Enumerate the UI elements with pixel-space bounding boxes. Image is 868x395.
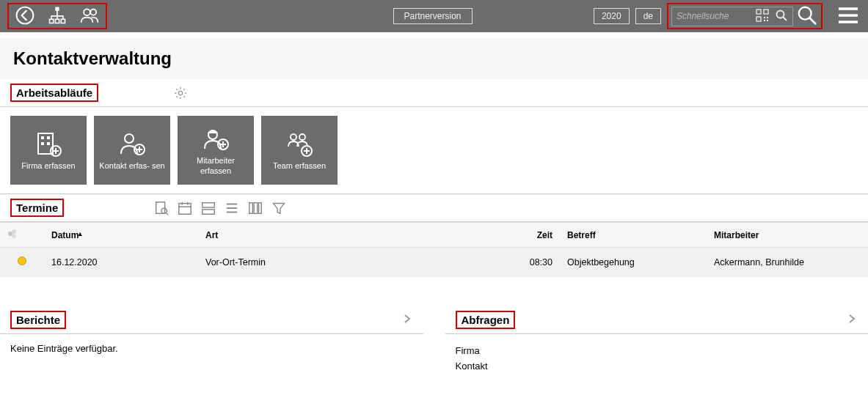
svg-point-39 — [299, 134, 305, 140]
cell-time: 08:30 — [494, 248, 560, 277]
svg-rect-13 — [767, 20, 768, 21]
svg-rect-3 — [55, 19, 59, 23]
calendar-icon[interactable] — [177, 200, 193, 216]
reports-body: Keine Einträge verfügbar. — [0, 334, 423, 363]
page-title: Kontaktverwaltung — [13, 48, 855, 69]
svg-rect-54 — [203, 209, 215, 213]
table-header-row: Datum ▲ Art Zeit Betreff Mitarbeiter — [0, 223, 868, 248]
query-item-firma[interactable]: Firma — [456, 343, 858, 358]
svg-rect-24 — [47, 136, 50, 139]
language-selector[interactable]: de — [635, 8, 661, 24]
query-item-kontakt[interactable]: Kontakt — [456, 358, 858, 374]
top-bar: Partnerversion 2020 de — [0, 0, 868, 32]
appointments-table: Datum ▲ Art Zeit Betreff Mitarbeiter 16.… — [0, 222, 868, 277]
reports-empty-text: Keine Einträge verfügbar. — [10, 343, 118, 354]
svg-point-14 — [777, 10, 784, 18]
tile-create-team[interactable]: Team erfassen — [261, 116, 338, 185]
nav-icon-group — [7, 3, 107, 29]
col-subject[interactable]: Betreff — [560, 223, 707, 248]
bottom-columns: Berichte Keine Einträge verfügbar. Abfra… — [0, 306, 868, 383]
svg-point-62 — [12, 229, 16, 234]
col-status[interactable] — [0, 223, 44, 248]
table-row[interactable]: 16.12.2020 Vor-Ort-Termin 08:30 Objektbe… — [0, 248, 868, 277]
reports-header: Berichte — [0, 306, 423, 334]
search-icon-small[interactable] — [775, 9, 788, 24]
queries-title: Abfragen — [462, 314, 510, 326]
svg-rect-9 — [756, 17, 761, 21]
svg-rect-10 — [764, 17, 765, 18]
year-selector[interactable]: 2020 — [594, 8, 630, 24]
tile-label: Team erfassen — [273, 161, 326, 171]
svg-rect-58 — [249, 202, 253, 213]
svg-rect-1 — [55, 7, 59, 10]
gear-icon[interactable] — [173, 86, 188, 100]
tile-label: Kontakt erfas- sen — [99, 161, 164, 171]
partner-version-badge[interactable]: Partnerversion — [393, 8, 473, 24]
tile-label: Firma erfassen — [21, 161, 75, 171]
svg-point-5 — [84, 9, 90, 15]
columns-icon[interactable] — [247, 200, 263, 216]
svg-line-15 — [784, 17, 787, 21]
quick-search-input[interactable] — [676, 11, 750, 21]
card-view-icon[interactable] — [200, 200, 216, 216]
cell-employee: Ackermann, Brunhilde — [707, 248, 868, 277]
svg-rect-26 — [47, 142, 50, 145]
svg-rect-23 — [41, 136, 44, 139]
appointments-header: Termine — [0, 193, 868, 222]
people-icon[interactable] — [79, 5, 100, 28]
menu-icon[interactable] — [836, 3, 861, 30]
reports-section: Berichte Keine Einträge verfügbar. — [0, 306, 423, 383]
svg-rect-7 — [756, 10, 761, 14]
tile-label: Mitarbeiter erfassen — [180, 156, 251, 177]
appointments-title: Termine — [16, 202, 58, 214]
svg-rect-53 — [203, 202, 215, 207]
workflows-title: Arbeitsabläufe — [16, 86, 92, 99]
svg-rect-2 — [50, 19, 54, 23]
workflow-tiles: Firma erfassen Kontakt erfas- sen Mitarb… — [0, 107, 868, 193]
org-chart-icon[interactable] — [47, 5, 68, 28]
chevron-right-icon[interactable] — [846, 313, 858, 327]
search-input-wrap — [671, 7, 793, 26]
list-view-icon[interactable] — [224, 200, 240, 216]
back-icon[interactable] — [15, 5, 35, 28]
svg-point-30 — [125, 134, 134, 143]
page-title-bar: Kontaktverwaltung — [0, 38, 868, 79]
preview-icon[interactable] — [153, 200, 169, 216]
search-group — [667, 3, 823, 29]
tile-create-contact[interactable]: Kontakt erfas- sen — [94, 116, 170, 185]
appointments-toolbar — [153, 200, 287, 216]
svg-rect-12 — [764, 20, 765, 21]
svg-point-63 — [12, 234, 16, 238]
reports-title: Berichte — [16, 314, 60, 326]
search-icon[interactable] — [796, 4, 818, 29]
workflows-header: Arbeitsabläufe — [0, 79, 868, 107]
tile-create-company[interactable]: Firma erfassen — [10, 116, 87, 185]
tile-create-employee[interactable]: Mitarbeiter erfassen — [178, 116, 254, 185]
svg-point-6 — [90, 9, 96, 15]
workflows-section: Arbeitsabläufe Firma erfassen Kontakt er… — [0, 79, 868, 193]
filter-icon[interactable] — [271, 200, 287, 216]
cell-date: 16.12.2020 — [44, 248, 198, 277]
svg-rect-25 — [41, 142, 44, 145]
svg-point-0 — [17, 7, 34, 23]
col-type[interactable]: Art — [198, 223, 494, 248]
svg-rect-59 — [254, 202, 258, 213]
qr-icon[interactable] — [756, 9, 769, 24]
queries-header: Abfragen — [445, 306, 869, 334]
col-employee[interactable]: Mitarbeiter — [707, 223, 868, 248]
status-dot-icon — [18, 256, 26, 265]
col-date[interactable]: Datum ▲ — [44, 223, 198, 248]
svg-rect-46 — [179, 203, 192, 214]
col-time[interactable]: Zeit — [494, 223, 560, 248]
svg-point-44 — [161, 208, 167, 213]
chevron-right-icon[interactable] — [401, 313, 413, 327]
cell-type: Vor-Ort-Termin — [198, 248, 494, 277]
sort-asc-icon: ▲ — [77, 230, 84, 237]
svg-point-61 — [8, 232, 12, 236]
svg-point-21 — [179, 91, 183, 95]
svg-rect-8 — [764, 10, 768, 14]
queries-body: Firma Kontakt — [445, 334, 869, 383]
queries-section: Abfragen Firma Kontakt — [445, 306, 869, 383]
svg-rect-4 — [61, 19, 65, 23]
svg-rect-11 — [767, 17, 768, 18]
